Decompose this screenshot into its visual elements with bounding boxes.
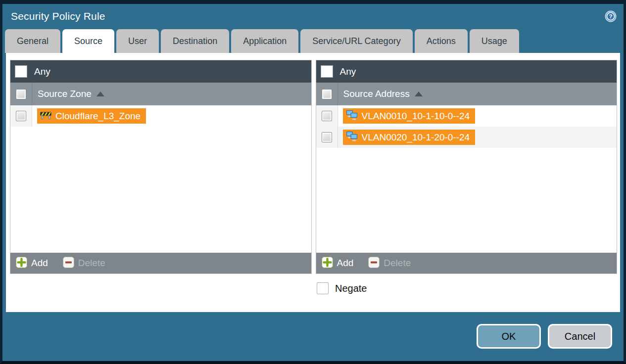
source-address-any-bar: Any <box>316 60 617 83</box>
tab-content-source: Any Source Zone <box>6 53 620 312</box>
address-entry-chip[interactable]: VLAN0020_10-1-20-0--24 <box>343 130 476 145</box>
source-address-list: VLAN0010_10-1-10-0--24 <box>316 105 617 253</box>
tab-general[interactable]: General <box>5 29 60 53</box>
address-row-label: VLAN0020_10-1-20-0--24 <box>362 132 470 143</box>
add-label: Add <box>337 258 354 269</box>
negate-option: Negate <box>317 282 617 294</box>
zone-icon <box>40 110 51 122</box>
ok-button[interactable]: OK <box>477 324 541 349</box>
zone-row-checkbox[interactable] <box>16 111 26 121</box>
network-icon <box>346 110 358 123</box>
source-zone-column-header[interactable]: Source Zone <box>10 83 311 105</box>
source-zone-select-all-checkbox[interactable] <box>16 89 26 99</box>
svg-text:?: ? <box>609 13 612 19</box>
address-row[interactable]: VLAN0010_10-1-10-0--24 <box>316 105 617 127</box>
address-row-checkbox[interactable] <box>322 111 332 121</box>
help-icon[interactable]: ? <box>605 10 617 22</box>
tab-service-url-category[interactable]: Service/URL Category <box>300 29 412 53</box>
title-bar: Security Policy Rule <box>2 4 624 29</box>
network-icon <box>346 131 358 144</box>
source-zone-toolbar: Add Delete <box>10 253 311 273</box>
negate-checkbox[interactable] <box>317 282 329 294</box>
cancel-button[interactable]: Cancel <box>548 324 612 349</box>
sort-ascending-icon <box>415 91 423 96</box>
minus-icon <box>368 257 380 270</box>
address-row-checkbox[interactable] <box>322 132 332 142</box>
source-zone-list: Cloudflare_L3_Zone <box>10 105 311 253</box>
tab-source[interactable]: Source <box>62 29 114 53</box>
address-row-label: VLAN0010_10-1-10-0--24 <box>362 111 470 122</box>
source-zone-delete-button[interactable]: Delete <box>63 257 105 270</box>
sort-ascending-icon <box>96 91 104 96</box>
delete-label: Delete <box>78 258 105 269</box>
source-address-panel: Any Source Address <box>316 60 618 274</box>
source-address-delete-button[interactable]: Delete <box>368 257 411 270</box>
tab-application[interactable]: Application <box>231 29 298 53</box>
security-policy-rule-dialog: Security Policy Rule ? General Source Us… <box>0 0 626 364</box>
source-address-select-all-checkbox[interactable] <box>322 89 332 99</box>
source-address-any-label: Any <box>340 66 356 77</box>
address-entry-chip[interactable]: VLAN0010_10-1-10-0--24 <box>343 108 476 124</box>
add-label: Add <box>31 258 48 269</box>
address-row[interactable]: VLAN0020_10-1-20-0--24 <box>316 127 617 148</box>
negate-label: Negate <box>335 283 367 294</box>
source-zone-any-checkbox[interactable] <box>15 65 27 78</box>
zone-row-label: Cloudflare_L3_Zone <box>55 111 141 122</box>
dialog-footer: OK Cancel <box>2 312 624 349</box>
plus-icon <box>322 257 333 270</box>
source-address-add-button[interactable]: Add <box>322 257 354 270</box>
source-zone-header-label: Source Zone <box>38 89 92 99</box>
delete-label: Delete <box>384 258 411 269</box>
tab-user[interactable]: User <box>116 29 159 53</box>
tab-usage[interactable]: Usage <box>470 29 519 53</box>
zone-row[interactable]: Cloudflare_L3_Zone <box>10 105 311 127</box>
source-zone-any-bar: Any <box>10 60 311 83</box>
source-zone-add-button[interactable]: Add <box>16 257 48 270</box>
source-address-header-label: Source Address <box>343 89 410 99</box>
source-address-any-checkbox[interactable] <box>321 65 333 78</box>
source-zone-panel: Any Source Zone <box>10 60 312 274</box>
minus-icon <box>63 257 74 270</box>
tab-destination[interactable]: Destination <box>161 29 229 53</box>
zone-entry-chip[interactable]: Cloudflare_L3_Zone <box>37 108 146 124</box>
tab-bar: General Source User Destination Applicat… <box>2 29 624 53</box>
dialog-title: Security Policy Rule <box>11 10 105 22</box>
plus-icon <box>16 257 27 270</box>
source-address-toolbar: Add Delete <box>316 253 617 273</box>
source-address-column-header[interactable]: Source Address <box>316 83 617 105</box>
source-zone-any-label: Any <box>34 66 50 77</box>
tab-actions[interactable]: Actions <box>415 29 468 53</box>
